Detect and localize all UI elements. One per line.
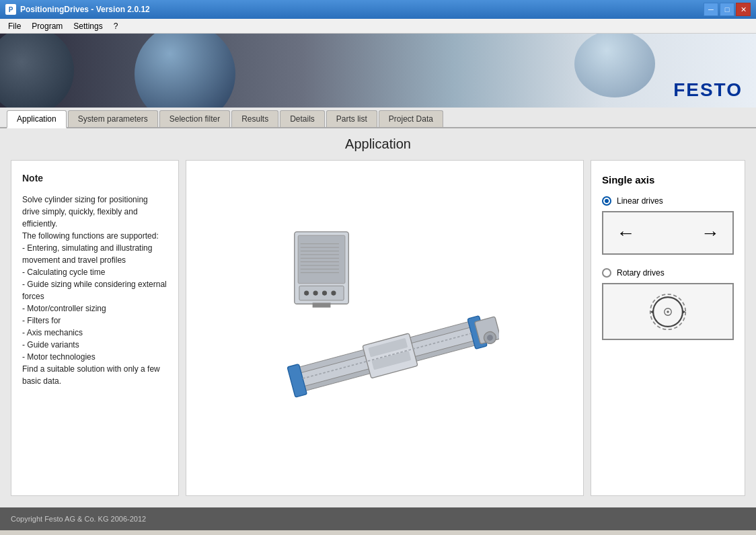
svg-rect-16 — [313, 302, 331, 307]
title-bar: P PositioningDrives - Version 2.0.12 ─ □… — [0, 0, 756, 19]
tab-system-parameters[interactable]: System parameters — [68, 110, 158, 127]
axis-panel: Single axis Linear drives ← → — [591, 160, 745, 496]
tab-details[interactable]: Details — [280, 110, 325, 127]
banner-orb-left — [0, 34, 74, 108]
minimize-button[interactable]: ─ — [704, 3, 718, 16]
maximize-button[interactable]: □ — [720, 3, 734, 16]
footer-text: Copyright Festo AG & Co. KG 2006-2012 — [11, 515, 146, 523]
linear-drives-label[interactable]: Linear drives — [602, 196, 734, 206]
drive-image-panel — [186, 160, 584, 496]
svg-point-13 — [313, 291, 318, 296]
linear-arrows: ← → — [616, 222, 720, 244]
window-title: PositioningDrives - Version 2.0.12 — [20, 5, 704, 14]
footer: Copyright Festo AG & Co. KG 2006-2012 — [0, 507, 756, 530]
close-button[interactable]: ✕ — [736, 3, 751, 16]
drive-illustration — [186, 161, 583, 495]
page-title: Application — [11, 136, 745, 152]
drive-svg — [270, 214, 499, 442]
menu-file[interactable]: File — [3, 20, 26, 32]
rotary-drives-radio[interactable] — [602, 268, 611, 278]
content-grid: Note Solve cylinder sizing for positioni… — [11, 160, 745, 496]
menu-help[interactable]: ? — [108, 20, 124, 32]
linear-drives-radio[interactable] — [602, 196, 611, 206]
linear-drives-text: Linear drives — [617, 196, 663, 206]
note-body: Solve cylinder sizing for positioning dr… — [22, 194, 167, 387]
menu-program[interactable]: Program — [26, 20, 68, 32]
main-content: Application Note Solve cylinder sizing f… — [0, 128, 756, 507]
rotary-drives-label[interactable]: Rotary drives — [602, 268, 734, 278]
festo-logo: FESTO — [673, 79, 743, 101]
menu-settings[interactable]: Settings — [68, 20, 108, 32]
tab-parts-list[interactable]: Parts list — [326, 110, 377, 127]
menu-bar: File Program Settings ? — [0, 19, 756, 34]
rotary-svg — [644, 288, 691, 335]
tab-application[interactable]: Application — [7, 110, 67, 128]
rotary-drives-group[interactable]: Rotary drives — [602, 268, 734, 340]
banner-orb-center — [135, 34, 235, 108]
svg-point-31 — [667, 311, 669, 313]
axis-panel-title: Single axis — [602, 174, 734, 186]
left-arrow-icon: ← — [616, 222, 635, 244]
svg-point-14 — [322, 291, 327, 296]
tab-results[interactable]: Results — [231, 110, 278, 127]
note-panel: Note Solve cylinder sizing for positioni… — [11, 160, 179, 496]
right-arrow-icon: → — [701, 222, 720, 244]
svg-rect-1 — [298, 235, 345, 284]
linear-drive-box[interactable]: ← → — [602, 211, 734, 255]
window-controls: ─ □ ✕ — [704, 3, 751, 16]
linear-drives-group[interactable]: Linear drives ← → — [602, 196, 734, 255]
svg-point-15 — [331, 291, 336, 296]
rotary-drive-box[interactable] — [602, 283, 734, 340]
tab-selection-filter[interactable]: Selection filter — [159, 110, 230, 127]
svg-point-12 — [304, 291, 309, 296]
app-icon: P — [5, 4, 16, 15]
tabs-bar: Application System parameters Selection … — [0, 108, 756, 128]
tab-project-data[interactable]: Project Data — [379, 110, 443, 127]
rotary-drives-text: Rotary drives — [617, 268, 665, 278]
header-banner: FESTO — [0, 34, 756, 108]
note-heading: Note — [22, 171, 167, 186]
